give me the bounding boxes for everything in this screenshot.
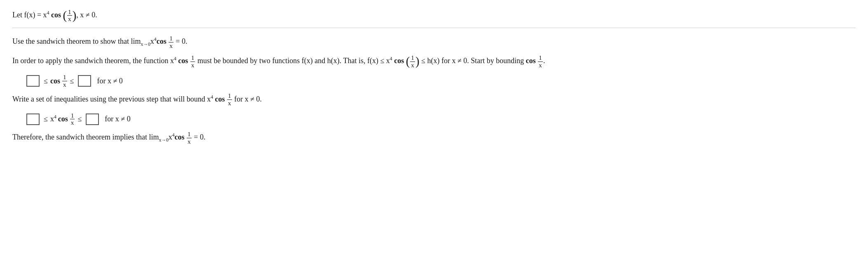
frac-7: 1x bbox=[227, 92, 232, 107]
inequality-1: ≤ cos 1x ≤ for x ≠ 0 bbox=[25, 74, 856, 88]
frac-6: 1x bbox=[62, 74, 67, 88]
x4-expr: x4 bbox=[50, 112, 56, 125]
ineq1-suffix: for x ≠ 0 bbox=[97, 74, 122, 87]
input-box-2[interactable] bbox=[78, 75, 91, 87]
cos-bold-9: cos bbox=[175, 133, 185, 141]
inequality-2: ≤ x4 cos 1x ≤ for x ≠ 0 bbox=[25, 112, 856, 126]
cos-bold-4: cos bbox=[394, 57, 404, 65]
cos-bold-2: cos bbox=[157, 37, 167, 45]
leq2: ≤ bbox=[70, 74, 74, 87]
line2-text: Use the sandwich theorem to show that li… bbox=[12, 37, 187, 45]
line3: In order to apply the sandwich theorem, … bbox=[12, 54, 856, 69]
line2: Use the sandwich theorem to show that li… bbox=[12, 35, 856, 49]
cos-bold-6: cos bbox=[50, 74, 60, 87]
input-box-3[interactable] bbox=[26, 113, 40, 125]
frac-1: 1x bbox=[67, 9, 72, 23]
cos-bold-1: cos bbox=[51, 11, 61, 19]
frac-9: 1x bbox=[187, 131, 192, 145]
line1-text: Let f(x) = x4 cos (1x), x ≠ 0. bbox=[12, 11, 97, 19]
frac-8: 1x bbox=[70, 112, 75, 127]
cos-bold-5: cos bbox=[526, 57, 536, 65]
input-box-4[interactable] bbox=[86, 113, 99, 125]
cos-bold-8: cos bbox=[58, 112, 68, 125]
leq1: ≤ bbox=[44, 74, 48, 87]
line5: Therefore, the sandwich theorem implies … bbox=[12, 130, 856, 145]
line1: Let f(x) = x4 cos (1x), x ≠ 0. bbox=[12, 8, 856, 23]
leq3: ≤ bbox=[44, 112, 48, 125]
line4: Write a set of inequalities using the pr… bbox=[12, 92, 856, 107]
frac-5: 1x bbox=[538, 54, 543, 69]
ineq2-suffix: for x ≠ 0 bbox=[105, 112, 130, 125]
frac-2: 1x bbox=[169, 35, 174, 50]
frac-3: 1x bbox=[190, 54, 195, 69]
input-box-1[interactable] bbox=[26, 75, 40, 87]
frac-4: 1x bbox=[410, 54, 415, 69]
line5-text: Therefore, the sandwich theorem implies … bbox=[12, 133, 205, 141]
leq4: ≤ bbox=[77, 112, 82, 125]
line4-text: Write a set of inequalities using the pr… bbox=[12, 95, 262, 103]
divider-1 bbox=[12, 28, 856, 28]
line3-text: In order to apply the sandwich theorem, … bbox=[12, 57, 545, 65]
cos-bold-3: cos bbox=[178, 57, 188, 65]
cos-bold-7: cos bbox=[215, 95, 225, 103]
